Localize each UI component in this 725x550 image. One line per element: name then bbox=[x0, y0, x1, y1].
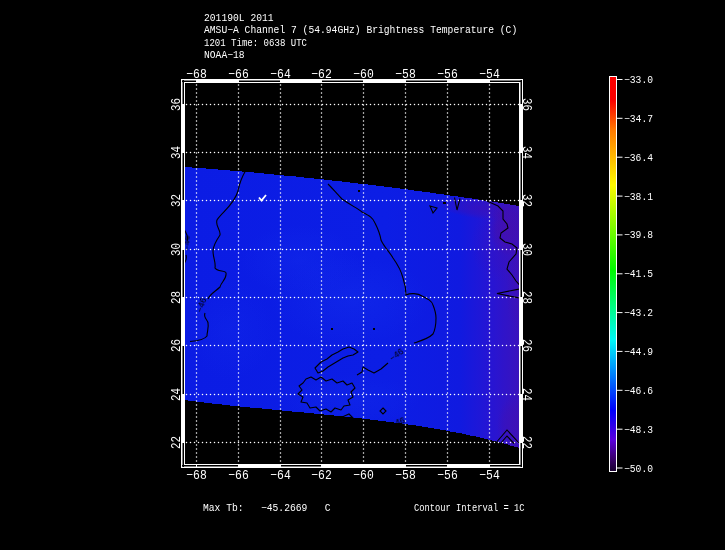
svg-text:−68: −68 bbox=[186, 67, 207, 82]
svg-text:−43.2: −43.2 bbox=[624, 308, 653, 319]
svg-text:−48.3: −48.3 bbox=[624, 425, 653, 436]
svg-text:Contour Interval = 1C: Contour Interval = 1C bbox=[414, 503, 525, 514]
svg-text:36: 36 bbox=[169, 98, 184, 111]
svg-text:1201 Time: 0638 UTC: 1201 Time: 0638 UTC bbox=[204, 38, 307, 49]
svg-text:NOAA−18: NOAA−18 bbox=[204, 50, 245, 61]
svg-text:−39.8: −39.8 bbox=[624, 230, 653, 241]
svg-text:AMSU−A Channel 7 (54.94GHz) Br: AMSU−A Channel 7 (54.94GHz) Brightness T… bbox=[204, 25, 517, 36]
svg-text:−34.7: −34.7 bbox=[624, 114, 653, 125]
svg-text:−38.1: −38.1 bbox=[624, 192, 653, 203]
svg-text:−66: −66 bbox=[228, 67, 249, 82]
svg-text:−60: −60 bbox=[353, 67, 374, 82]
svg-text:−54: −54 bbox=[479, 67, 500, 82]
svg-text:28: 28 bbox=[520, 291, 535, 304]
svg-text:201190L 2011: 201190L 2011 bbox=[204, 13, 274, 24]
svg-text:32: 32 bbox=[169, 194, 184, 207]
svg-text:30: 30 bbox=[520, 243, 535, 256]
svg-text:26: 26 bbox=[169, 339, 184, 352]
svg-text:−62: −62 bbox=[311, 67, 332, 82]
svg-text:−44.9: −44.9 bbox=[624, 347, 653, 358]
svg-text:Max Tb: −45.2669 C: Max Tb: −45.2669 C bbox=[203, 503, 331, 514]
svg-text:26: 26 bbox=[520, 339, 535, 352]
svg-text:−54: −54 bbox=[479, 468, 500, 483]
svg-text:−41.5: −41.5 bbox=[624, 269, 653, 280]
svg-text:30: 30 bbox=[169, 243, 184, 256]
svg-text:−33.0: −33.0 bbox=[624, 75, 653, 86]
svg-text:−46.6: −46.6 bbox=[624, 386, 653, 397]
svg-text:28: 28 bbox=[169, 291, 184, 304]
svg-text:−36.4: −36.4 bbox=[624, 153, 653, 164]
svg-text:32: 32 bbox=[520, 194, 535, 207]
svg-text:36: 36 bbox=[520, 98, 535, 111]
svg-text:−66: −66 bbox=[228, 468, 249, 483]
svg-text:−64: −64 bbox=[270, 468, 291, 483]
svg-text:−60: −60 bbox=[353, 468, 374, 483]
svg-text:−56: −56 bbox=[437, 67, 458, 82]
svg-text:−50.0: −50.0 bbox=[624, 464, 653, 475]
svg-text:−58: −58 bbox=[395, 468, 416, 483]
svg-text:22: 22 bbox=[169, 436, 184, 449]
svg-text:−58: −58 bbox=[395, 67, 416, 82]
svg-text:34: 34 bbox=[520, 146, 535, 159]
svg-text:−56: −56 bbox=[437, 468, 458, 483]
svg-text:34: 34 bbox=[169, 146, 184, 159]
svg-text:22: 22 bbox=[520, 436, 535, 449]
svg-text:−64: −64 bbox=[270, 67, 291, 82]
svg-text:−68: −68 bbox=[186, 468, 207, 483]
svg-text:24: 24 bbox=[169, 388, 184, 401]
svg-text:−62: −62 bbox=[311, 468, 332, 483]
svg-text:24: 24 bbox=[520, 388, 535, 401]
